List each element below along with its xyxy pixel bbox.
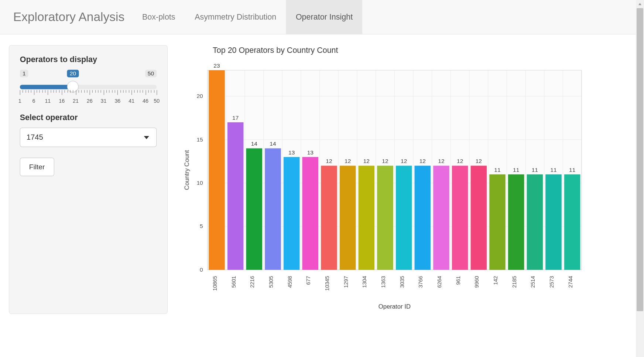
svg-text:2216: 2216 [249, 276, 255, 288]
scrollbar-up-arrow-icon[interactable] [636, 0, 644, 8]
svg-text:12: 12 [476, 158, 482, 164]
svg-text:12: 12 [382, 158, 388, 164]
bar [377, 166, 393, 270]
svg-text:12: 12 [345, 158, 351, 164]
svg-text:2573: 2573 [549, 276, 555, 288]
bar [321, 166, 337, 270]
bar [227, 122, 244, 270]
bar [433, 166, 449, 270]
operator-select-value: 1745 [27, 133, 43, 142]
app-title: Exploratory Analysis [9, 10, 133, 24]
bar [265, 148, 281, 270]
svg-text:3766: 3766 [418, 276, 424, 288]
svg-text:11: 11 [569, 167, 575, 173]
bar [489, 174, 506, 270]
bar [359, 166, 375, 270]
svg-text:5: 5 [200, 223, 203, 229]
navbar: Exploratory Analysis Box-plotsAsymmetry … [0, 0, 643, 34]
tab-operator-insight[interactable]: Operator Insight [286, 0, 363, 34]
svg-text:23: 23 [213, 62, 220, 69]
bar [246, 148, 263, 270]
select-operator-label: Select operator [20, 113, 157, 122]
nav-tabs: Box-plotsAsymmetry DistributionOperator … [133, 0, 363, 34]
svg-text:2744: 2744 [568, 276, 573, 288]
slider-track[interactable] [20, 85, 157, 89]
svg-text:4598: 4598 [287, 276, 293, 288]
svg-text:14: 14 [270, 140, 276, 147]
svg-text:15: 15 [196, 136, 203, 143]
svg-text:5601: 5601 [231, 276, 237, 288]
sidebar-panel: Operators to display 1 20 50 16111621263… [9, 45, 168, 314]
svg-text:12: 12 [457, 158, 463, 164]
svg-text:1363: 1363 [380, 276, 386, 288]
chart-area: Top 20 Operators by Country Count 051015… [180, 45, 635, 314]
svg-text:12: 12 [363, 158, 370, 164]
chart-title: Top 20 Operators by Country Count [213, 46, 634, 55]
chevron-down-icon [144, 136, 149, 139]
bar [564, 174, 580, 270]
bar [209, 70, 225, 270]
svg-text:12: 12 [401, 158, 407, 164]
bar [302, 157, 319, 270]
svg-text:677: 677 [305, 276, 311, 285]
slider-min-cap: 1 [20, 70, 28, 77]
tab-asymmetry-distribution[interactable]: Asymmetry Distribution [185, 0, 286, 34]
bar [545, 174, 562, 270]
bar [396, 166, 412, 270]
svg-text:2185: 2185 [511, 276, 517, 288]
svg-text:13: 13 [307, 149, 314, 156]
svg-text:12: 12 [419, 158, 426, 164]
bar [508, 174, 524, 270]
vertical-scrollbar[interactable] [636, 0, 644, 357]
bar-chart: 0510152023108651756011422161453051345981… [180, 58, 586, 314]
svg-text:961: 961 [455, 276, 461, 285]
svg-text:10865: 10865 [212, 276, 218, 291]
operator-select[interactable]: 1745 [20, 127, 157, 147]
svg-text:11: 11 [494, 167, 500, 173]
slider-ticks [20, 90, 157, 97]
svg-text:10345: 10345 [324, 276, 330, 291]
svg-text:12: 12 [438, 158, 444, 164]
svg-text:11: 11 [513, 167, 519, 173]
svg-text:1297: 1297 [343, 276, 349, 288]
slider-fill [20, 85, 73, 89]
svg-text:1304: 1304 [362, 276, 367, 288]
svg-text:Operator ID: Operator ID [378, 303, 411, 310]
svg-text:11: 11 [550, 167, 556, 173]
bar [471, 166, 487, 270]
svg-text:6264: 6264 [436, 276, 442, 288]
bar [284, 157, 300, 270]
slider-value-bubble: 20 [67, 70, 79, 77]
svg-text:14: 14 [251, 140, 258, 147]
svg-text:11: 11 [532, 167, 538, 173]
svg-text:2514: 2514 [530, 276, 536, 288]
svg-text:0: 0 [200, 266, 203, 273]
scrollbar-thumb[interactable] [637, 8, 643, 311]
svg-text:10: 10 [196, 180, 203, 186]
slider-max-cap: 50 [145, 70, 157, 77]
tab-box-plots[interactable]: Box-plots [133, 0, 185, 34]
bar [415, 166, 431, 270]
svg-text:Country Count: Country Count [183, 150, 190, 190]
bar [527, 174, 543, 270]
bar [452, 166, 468, 270]
operators-slider[interactable]: 1 20 50 16111621263136414650 [20, 70, 157, 110]
svg-text:20: 20 [196, 93, 203, 99]
operators-slider-label: Operators to display [20, 55, 157, 64]
filter-button[interactable]: Filter [20, 158, 54, 176]
bar [340, 166, 356, 270]
svg-text:142: 142 [493, 276, 499, 285]
svg-text:17: 17 [232, 115, 239, 121]
svg-text:12: 12 [326, 158, 332, 164]
svg-text:9960: 9960 [474, 276, 480, 288]
svg-text:13: 13 [288, 149, 295, 156]
svg-text:5305: 5305 [268, 276, 274, 288]
svg-text:3035: 3035 [399, 276, 405, 288]
